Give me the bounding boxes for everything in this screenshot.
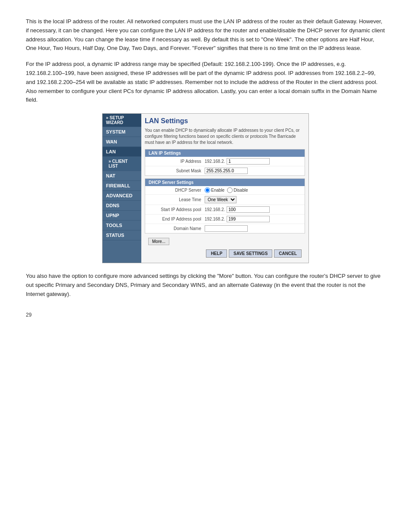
- sidebar-item-firewall[interactable]: FIREWALL: [103, 181, 141, 191]
- sidebar-item-lan[interactable]: LAN: [103, 147, 141, 157]
- sidebar-item-tools[interactable]: TOOLS: [103, 221, 141, 230]
- lan-ip-settings-header: LAN IP Settings: [145, 149, 305, 157]
- bottom-buttons: HELP SAVE SETTINGS CANCEL: [145, 247, 305, 259]
- subnet-mask-row: Subnet Mask: [145, 166, 305, 175]
- domain-name-label: Domain Name: [149, 226, 205, 231]
- end-pool-value: 192.168.2.: [205, 216, 270, 222]
- more-button-container: More...: [145, 236, 305, 247]
- paragraph-1: This is the local IP address of the rout…: [26, 17, 385, 53]
- dhcp-enable-radio[interactable]: [205, 187, 210, 193]
- start-pool-input[interactable]: [227, 206, 270, 213]
- start-pool-static: 192.168.2.: [205, 207, 225, 212]
- more-button[interactable]: More...: [148, 238, 169, 245]
- sidebar-item-ddns[interactable]: DDNS: [103, 201, 141, 211]
- dhcp-server-value: Enable Disable: [205, 187, 248, 193]
- router-ui: » SETUP WIZARD SYSTEM WAN LAN » Client L…: [102, 113, 309, 263]
- end-pool-row: End IP Address pool 192.168.2.: [145, 215, 305, 224]
- ip-address-label: IP Address: [149, 159, 205, 164]
- ip-address-row: IP Address 192.168.2.: [145, 157, 305, 166]
- start-pool-label: Start IP Address pool: [149, 207, 205, 212]
- sidebar-item-status[interactable]: STATUS: [103, 230, 141, 240]
- save-settings-button[interactable]: SAVE SETTINGS: [229, 249, 272, 258]
- dhcp-settings-box: DHCP Server Settings DHCP Server Enable …: [145, 178, 305, 233]
- page-title: LAN Settings: [145, 117, 305, 125]
- dhcp-radio-group: Enable Disable: [205, 187, 248, 193]
- dhcp-disable-text: Disable: [234, 188, 248, 193]
- paragraph-2: For the IP address pool, a dynamic IP ad…: [26, 60, 385, 105]
- dhcp-server-label: DHCP Server: [149, 188, 205, 193]
- main-content: LAN Settings You can enable DHCP to dyna…: [141, 114, 308, 263]
- sidebar: » SETUP WIZARD SYSTEM WAN LAN » Client L…: [103, 114, 141, 263]
- dhcp-settings-header: DHCP Server Settings: [145, 179, 305, 186]
- lease-time-label: Lease Time: [149, 197, 205, 202]
- domain-name-row: Domain Name: [145, 224, 305, 233]
- start-pool-value: 192.168.2.: [205, 206, 270, 213]
- lease-time-value: One Week Half Hour One Hour Two Hours Ha…: [205, 196, 237, 203]
- end-pool-label: End IP Address pool: [149, 217, 205, 221]
- sidebar-item-upnp[interactable]: UPnP: [103, 211, 141, 221]
- lease-time-row: Lease Time One Week Half Hour One Hour T…: [145, 195, 305, 205]
- lease-time-select[interactable]: One Week Half Hour One Hour Two Hours Ha…: [205, 196, 237, 203]
- subnet-mask-value: [205, 168, 248, 174]
- start-pool-row: Start IP Address pool 192.168.2.: [145, 205, 305, 215]
- page-description: You can enable DHCP to dynamically alloc…: [145, 128, 305, 146]
- page-number: 29: [26, 312, 385, 318]
- ip-address-input[interactable]: [227, 158, 270, 165]
- cancel-button[interactable]: CANCEL: [274, 249, 302, 258]
- dhcp-enable-text: Enable: [211, 188, 224, 193]
- help-button[interactable]: HELP: [206, 249, 227, 258]
- end-pool-input[interactable]: [227, 216, 270, 222]
- ip-address-value: 192.168.2.: [205, 158, 270, 165]
- dhcp-disable-label[interactable]: Disable: [227, 187, 248, 193]
- subnet-mask-label: Subnet Mask: [149, 168, 205, 173]
- paragraph-3: You also have the option to configure mo…: [26, 272, 385, 299]
- domain-name-value: [205, 225, 248, 232]
- sidebar-item-client-list[interactable]: » Client List: [103, 157, 141, 171]
- ip-address-static: 192.168.2.: [205, 159, 225, 164]
- dhcp-enable-label[interactable]: Enable: [205, 187, 224, 193]
- sidebar-item-nat[interactable]: NAT: [103, 171, 141, 181]
- dhcp-server-row: DHCP Server Enable Disable: [145, 186, 305, 195]
- sidebar-item-advanced[interactable]: ADVANCED: [103, 191, 141, 201]
- sidebar-item-system[interactable]: SYSTEM: [103, 127, 141, 137]
- domain-name-input[interactable]: [205, 225, 248, 232]
- dhcp-disable-radio[interactable]: [227, 187, 233, 193]
- sidebar-item-setup-wizard[interactable]: » SETUP WIZARD: [103, 114, 141, 127]
- subnet-mask-input[interactable]: [205, 168, 248, 174]
- sidebar-item-wan[interactable]: WAN: [103, 137, 141, 147]
- end-pool-static: 192.168.2.: [205, 217, 225, 221]
- lan-ip-settings-box: LAN IP Settings IP Address 192.168.2. Su…: [145, 149, 305, 176]
